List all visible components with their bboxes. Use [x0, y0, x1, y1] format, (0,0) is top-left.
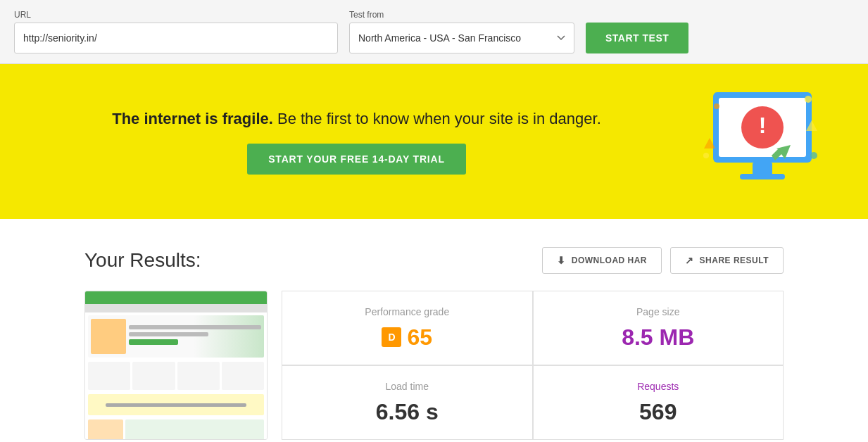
toolbar: URL Test from North America - USA - San …: [0, 0, 868, 64]
results-grid: Performance grade D 65 Page size 8.5 MB …: [84, 291, 784, 440]
monitor-illustration-svg: !: [699, 85, 826, 191]
banner-cta-button[interactable]: START YOUR FREE 14-DAY TRIAL: [247, 144, 466, 175]
banner-headline-bold: The internet is fragile.: [112, 110, 273, 127]
fake-banner2-line: [106, 403, 246, 407]
share-result-label: SHARE RESULT: [700, 255, 769, 265]
fake-subnav: [85, 304, 267, 312]
metric-number-pagesize: 8.5 MB: [622, 324, 694, 351]
download-icon: ⬇: [557, 255, 566, 266]
screenshot-card: [84, 291, 268, 440]
fake-hero: [88, 315, 264, 358]
results-header: Your Results: ⬇ DOWNLOAD HAR ↗ SHARE RES…: [84, 247, 784, 274]
fake-banner2: [88, 394, 264, 415]
metrics-grid: Performance grade D 65 Page size 8.5 MB …: [282, 291, 784, 440]
fake-footer-col: [125, 419, 264, 439]
metric-value-row-pagesize: 8.5 MB: [622, 324, 694, 351]
start-test-button[interactable]: START TEST: [586, 23, 688, 53]
svg-rect-2: [753, 163, 772, 175]
metric-card-performance: Performance grade D 65: [282, 291, 533, 365]
url-group: URL: [14, 10, 338, 53]
metric-number-loadtime: 6.56 s: [376, 399, 439, 425]
banner-headline: The internet is fragile. Be the first to…: [28, 108, 685, 130]
fake-col: [132, 362, 175, 390]
metric-card-loadtime: Load time 6.56 s: [282, 365, 533, 440]
fake-col: [222, 362, 264, 390]
fake-screenshot: [85, 291, 267, 439]
fake-col: [177, 362, 220, 390]
metric-card-requests: Requests 569: [533, 365, 784, 440]
results-title: Your Results:: [84, 249, 201, 272]
location-label: Test from: [349, 10, 574, 20]
metric-number-requests: 569: [639, 399, 677, 425]
fake-line-short: [129, 332, 208, 336]
banner-text-area: The internet is fragile. Be the first to…: [28, 108, 699, 175]
metric-value-row-performance: D 65: [382, 324, 432, 351]
url-label: URL: [14, 10, 338, 20]
fake-footer-img: [88, 419, 123, 439]
fake-col: [88, 362, 130, 390]
fake-line-green: [129, 339, 178, 345]
fake-content: [85, 359, 267, 393]
fake-footer-row: [85, 417, 267, 439]
location-select[interactable]: North America - USA - San Francisco Euro…: [349, 23, 574, 53]
metric-label-pagesize: Page size: [636, 306, 679, 317]
location-group: Test from North America - USA - San Fran…: [349, 10, 574, 53]
banner-illustration: !: [699, 85, 840, 198]
grade-badge: D: [382, 327, 401, 347]
metric-number-performance: 65: [407, 324, 432, 351]
share-icon: ↗: [685, 255, 694, 266]
screenshot-inner: [85, 291, 267, 439]
banner: The internet is fragile. Be the first to…: [0, 64, 868, 219]
results-actions: ⬇ DOWNLOAD HAR ↗ SHARE RESULT: [542, 247, 784, 274]
svg-text:!: !: [759, 113, 767, 138]
metric-label-requests: Requests: [637, 381, 679, 392]
svg-point-12: [703, 153, 709, 158]
svg-point-11: [810, 152, 817, 159]
metric-value-row-loadtime: 6.56 s: [376, 399, 439, 425]
fake-line: [129, 325, 261, 329]
results-section: Your Results: ⬇ DOWNLOAD HAR ↗ SHARE RES…: [0, 219, 868, 442]
svg-point-8: [714, 103, 719, 109]
metric-label-performance: Performance grade: [365, 306, 449, 317]
share-result-button[interactable]: ↗ SHARE RESULT: [670, 247, 784, 274]
fake-nav: [85, 291, 267, 304]
download-har-label: DOWNLOAD HAR: [572, 255, 647, 265]
metric-label-loadtime: Load time: [386, 381, 429, 392]
fake-hero-text: [129, 325, 261, 348]
download-har-button[interactable]: ⬇ DOWNLOAD HAR: [542, 247, 662, 274]
svg-point-7: [805, 96, 812, 103]
svg-rect-3: [740, 174, 785, 179]
metric-card-pagesize: Page size 8.5 MB: [533, 291, 784, 365]
metric-value-row-requests: 569: [639, 399, 677, 425]
url-input[interactable]: [14, 23, 338, 53]
fake-hero-img: [91, 319, 126, 354]
banner-headline-rest: Be the first to know when your site is i…: [273, 110, 601, 127]
